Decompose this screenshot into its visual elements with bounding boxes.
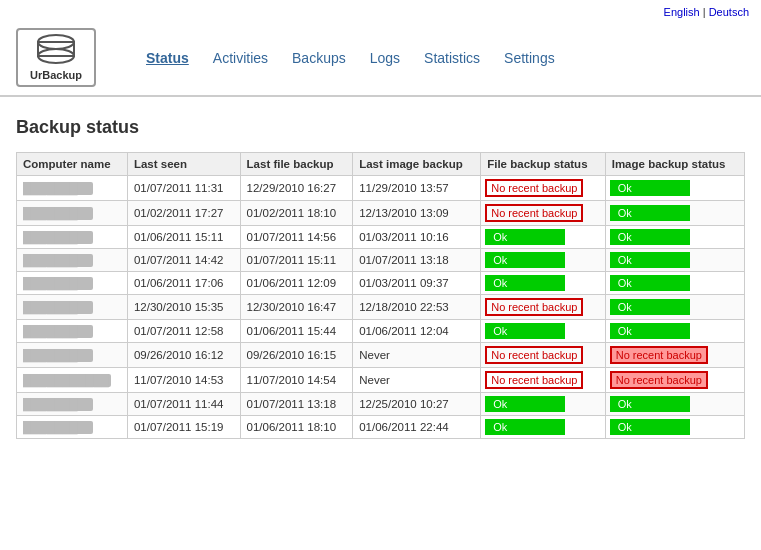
status-no-recent-badge: No recent backup — [485, 298, 583, 316]
table-row: ███████01/07/2011 14:4201/07/2011 15:110… — [17, 249, 745, 272]
cell-last-seen: 01/07/2011 11:31 — [127, 176, 240, 201]
nav-logs[interactable]: Logs — [370, 50, 400, 66]
lang-deutsch[interactable]: Deutsch — [709, 6, 749, 18]
cell-file-status: Ok — [481, 249, 606, 272]
table-row: ███████████11/07/2010 14:5311/07/2010 14… — [17, 368, 745, 393]
cell-image-status: Ok — [605, 176, 744, 201]
status-ok-badge: Ok — [610, 299, 690, 315]
status-ok-badge: Ok — [610, 205, 690, 221]
cell-image-status: No recent backup — [605, 368, 744, 393]
nav-backups[interactable]: Backups — [292, 50, 346, 66]
table-row: ███████01/07/2011 11:4401/07/2011 13:181… — [17, 393, 745, 416]
logo-text: UrBackup — [26, 69, 86, 81]
cell-last-file: 01/06/2011 12:09 — [240, 272, 353, 295]
cell-file-status: No recent backup — [481, 176, 606, 201]
cell-file-status: Ok — [481, 393, 606, 416]
cell-computer-name: ███████ — [17, 320, 128, 343]
table-row: ███████01/06/2011 15:1101/07/2011 14:560… — [17, 226, 745, 249]
table-row: ███████01/07/2011 11:3112/29/2010 16:271… — [17, 176, 745, 201]
status-ok-badge: Ok — [610, 323, 690, 339]
status-ok-badge: Ok — [610, 180, 690, 196]
status-no-recent-badge: No recent backup — [485, 204, 583, 222]
cell-last-seen: 12/30/2010 15:35 — [127, 295, 240, 320]
cell-last-file: 11/07/2010 14:54 — [240, 368, 353, 393]
cell-last-image: 12/25/2010 10:27 — [353, 393, 481, 416]
status-ok-badge: Ok — [485, 323, 565, 339]
col-file-status: File backup status — [481, 153, 606, 176]
cell-computer-name: ███████ — [17, 295, 128, 320]
page-title: Backup status — [16, 117, 745, 138]
col-last-image: Last image backup — [353, 153, 481, 176]
cell-file-status: No recent backup — [481, 201, 606, 226]
cell-computer-name: ███████ — [17, 176, 128, 201]
status-ok-badge: Ok — [610, 229, 690, 245]
cell-last-seen: 01/07/2011 11:44 — [127, 393, 240, 416]
col-computer: Computer name — [17, 153, 128, 176]
cell-last-image: 01/03/2011 10:16 — [353, 226, 481, 249]
status-no-recent-badge: No recent backup — [485, 371, 583, 389]
cell-last-image: 01/07/2011 13:18 — [353, 249, 481, 272]
cell-last-file: 01/07/2011 15:11 — [240, 249, 353, 272]
nav-activities[interactable]: Activities — [213, 50, 268, 66]
table-row: ███████12/30/2010 15:3512/30/2010 16:471… — [17, 295, 745, 320]
cell-computer-name: ███████ — [17, 416, 128, 439]
nav-status[interactable]: Status — [146, 50, 189, 66]
cell-last-image: Never — [353, 343, 481, 368]
cell-image-status: Ok — [605, 295, 744, 320]
status-no-recent-badge: No recent backup — [610, 346, 708, 364]
logo-icon — [32, 34, 80, 66]
cell-file-status: No recent backup — [481, 343, 606, 368]
col-last-seen: Last seen — [127, 153, 240, 176]
cell-image-status: Ok — [605, 272, 744, 295]
cell-last-image: 01/06/2011 12:04 — [353, 320, 481, 343]
main-nav: Status Activities Backups Logs Statistic… — [126, 50, 555, 66]
cell-last-file: 01/02/2011 18:10 — [240, 201, 353, 226]
cell-image-status: Ok — [605, 393, 744, 416]
cell-last-image: Never — [353, 368, 481, 393]
computer-name-censored: ███████ — [23, 421, 93, 434]
cell-last-file: 09/26/2010 16:15 — [240, 343, 353, 368]
cell-image-status: Ok — [605, 320, 744, 343]
col-last-file: Last file backup — [240, 153, 353, 176]
cell-last-seen: 01/07/2011 12:58 — [127, 320, 240, 343]
cell-last-seen: 01/06/2011 15:11 — [127, 226, 240, 249]
table-row: ███████01/06/2011 17:0601/06/2011 12:090… — [17, 272, 745, 295]
cell-last-seen: 09/26/2010 16:12 — [127, 343, 240, 368]
status-no-recent-badge: No recent backup — [610, 371, 708, 389]
table-row: ███████09/26/2010 16:1209/26/2010 16:15N… — [17, 343, 745, 368]
cell-last-file: 01/06/2011 15:44 — [240, 320, 353, 343]
app-header: UrBackup Status Activities Backups Logs … — [0, 24, 761, 97]
lang-english[interactable]: English — [664, 6, 700, 18]
computer-name-censored: ███████ — [23, 349, 93, 362]
cell-computer-name: ███████ — [17, 343, 128, 368]
logo: UrBackup — [16, 28, 96, 87]
cell-last-seen: 01/06/2011 17:06 — [127, 272, 240, 295]
cell-computer-name: ███████ — [17, 249, 128, 272]
cell-last-image: 01/06/2011 22:44 — [353, 416, 481, 439]
col-image-status: Image backup status — [605, 153, 744, 176]
cell-last-image: 11/29/2010 13:57 — [353, 176, 481, 201]
computer-name-censored: ███████████ — [23, 374, 111, 387]
cell-last-file: 01/07/2011 14:56 — [240, 226, 353, 249]
nav-settings[interactable]: Settings — [504, 50, 555, 66]
computer-name-censored: ███████ — [23, 231, 93, 244]
cell-computer-name: ███████ — [17, 272, 128, 295]
cell-last-image: 12/18/2010 22:53 — [353, 295, 481, 320]
cell-file-status: Ok — [481, 226, 606, 249]
main-content: Backup status Computer name Last seen La… — [0, 97, 761, 459]
cell-last-image: 12/13/2010 13:09 — [353, 201, 481, 226]
cell-file-status: No recent backup — [481, 295, 606, 320]
table-row: ███████01/07/2011 12:5801/06/2011 15:440… — [17, 320, 745, 343]
cell-last-file: 12/29/2010 16:27 — [240, 176, 353, 201]
computer-name-censored: ███████ — [23, 277, 93, 290]
cell-image-status: Ok — [605, 201, 744, 226]
status-ok-badge: Ok — [610, 396, 690, 412]
status-ok-badge: Ok — [485, 252, 565, 268]
backup-status-table: Computer name Last seen Last file backup… — [16, 152, 745, 439]
computer-name-censored: ███████ — [23, 301, 93, 314]
nav-statistics[interactable]: Statistics — [424, 50, 480, 66]
cell-computer-name: ███████ — [17, 201, 128, 226]
cell-file-status: No recent backup — [481, 368, 606, 393]
computer-name-censored: ███████ — [23, 182, 93, 195]
cell-file-status: Ok — [481, 320, 606, 343]
